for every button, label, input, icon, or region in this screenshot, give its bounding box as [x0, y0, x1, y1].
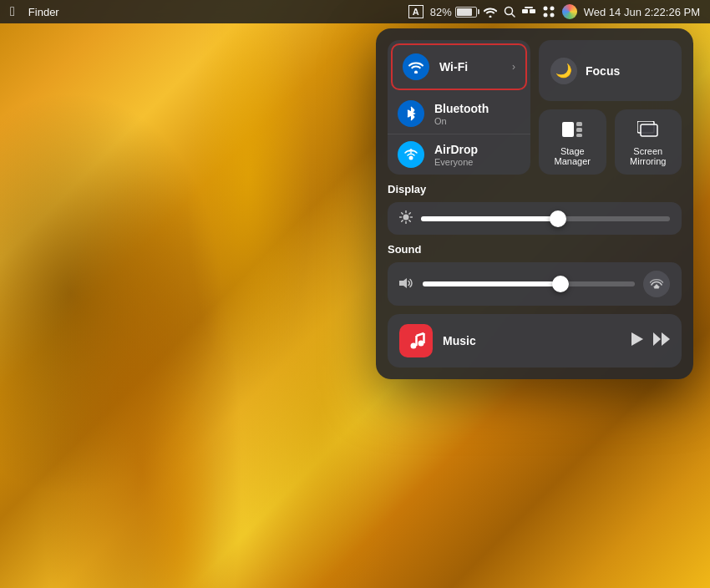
- svg-rect-18: [576, 134, 582, 137]
- screen-mirroring-button[interactable]: Screen Mirroring: [615, 109, 682, 175]
- stage-manager-icon: [560, 118, 584, 141]
- music-controls: [631, 332, 670, 349]
- focus-label: Focus: [586, 64, 620, 78]
- svg-line-27: [409, 220, 410, 221]
- svg-line-35: [417, 333, 424, 336]
- screen-mirroring-icon: [636, 118, 660, 141]
- spotlight-icon[interactable]: [504, 6, 515, 18]
- volume-fill: [423, 281, 560, 286]
- music-app-icon: [399, 324, 433, 357]
- screen-mirroring-label: Screen Mirroring: [623, 146, 674, 166]
- svg-rect-2: [522, 9, 528, 13]
- svg-rect-3: [530, 9, 535, 13]
- svg-point-6: [550, 7, 554, 11]
- svg-line-26: [402, 213, 403, 214]
- svg-line-29: [402, 220, 403, 221]
- sound-section: Sound: [388, 243, 682, 306]
- display-section: Display: [388, 183, 682, 235]
- svg-marker-39: [662, 332, 670, 346]
- svg-rect-4: [525, 7, 533, 8]
- apple-menu[interactable]: : [10, 4, 15, 19]
- display-slider-row: [388, 202, 682, 235]
- bluetooth-subtitle: On: [434, 116, 520, 126]
- svg-marker-38: [653, 332, 661, 346]
- focus-button[interactable]: 🌙 Focus: [539, 40, 682, 101]
- mission-control-icon[interactable]: [522, 7, 535, 17]
- wifi-status-icon[interactable]: [484, 7, 497, 18]
- svg-marker-30: [399, 278, 407, 288]
- airdrop-title: AirDrop: [434, 143, 520, 156]
- svg-marker-37: [631, 332, 643, 346]
- bluetooth-item[interactable]: Bluetooth On: [388, 94, 530, 134]
- svg-rect-16: [576, 122, 582, 126]
- bt-icon-circle: [398, 100, 424, 127]
- brightness-fill: [421, 216, 558, 221]
- wifi-item[interactable]: Wi-Fi ›: [391, 43, 527, 90]
- battery-indicator: 82%: [430, 6, 477, 18]
- bottom-buttons: Stage Manager Screen Mirroring: [539, 109, 682, 175]
- volume-thumb: [552, 276, 569, 292]
- siri-icon[interactable]: [562, 4, 577, 19]
- cc-top-row: Wi-Fi › Bluetooth: [388, 40, 682, 175]
- wifi-icon-circle: [403, 53, 429, 80]
- text-input-icon: A: [408, 5, 423, 18]
- music-label: Music: [443, 334, 621, 347]
- clock[interactable]: Wed 14 Jun 2:22:26 PM: [584, 6, 700, 18]
- airdrop-item[interactable]: AirDrop Everyone: [388, 134, 530, 175]
- battery-bar: [455, 7, 477, 18]
- airdrop-text: AirDrop Everyone: [434, 143, 520, 167]
- wifi-chevron-icon: ›: [512, 61, 515, 73]
- airplay-button[interactable]: [643, 271, 670, 297]
- control-center-icon[interactable]: [542, 5, 555, 18]
- right-controls: 🌙 Focus Stage Manager: [539, 40, 682, 175]
- menubar-left:  Finder: [10, 4, 59, 19]
- svg-rect-15: [562, 122, 574, 137]
- airdrop-subtitle: Everyone: [434, 157, 520, 167]
- svg-point-8: [550, 13, 554, 18]
- wifi-title: Wi-Fi: [439, 60, 502, 74]
- music-section: Music: [388, 314, 682, 368]
- brightness-thumb: [550, 210, 566, 227]
- battery-fill: [457, 8, 472, 16]
- svg-rect-31: [654, 287, 659, 289]
- svg-point-13: [409, 156, 413, 160]
- focus-moon-icon: 🌙: [550, 58, 577, 84]
- control-center-panel: Wi-Fi › Bluetooth: [376, 28, 693, 379]
- svg-point-21: [403, 215, 409, 220]
- bluetooth-title: Bluetooth: [434, 102, 520, 115]
- finder-menu[interactable]: Finder: [28, 6, 59, 18]
- brightness-slider[interactable]: [421, 216, 670, 221]
- play-button[interactable]: [631, 332, 643, 349]
- display-label: Display: [388, 183, 682, 195]
- fast-forward-button[interactable]: [653, 332, 670, 349]
- svg-point-5: [543, 7, 547, 11]
- svg-line-1: [511, 14, 515, 18]
- network-panel: Wi-Fi › Bluetooth: [388, 40, 530, 175]
- svg-point-7: [543, 13, 547, 18]
- battery-percent: 82%: [430, 6, 452, 18]
- volume-icon: [399, 277, 414, 291]
- stage-manager-button[interactable]: Stage Manager: [539, 109, 606, 175]
- volume-slider[interactable]: [423, 281, 635, 286]
- sound-label: Sound: [388, 243, 682, 256]
- menubar:  Finder A 82%: [0, 0, 710, 23]
- svg-rect-20: [641, 124, 657, 136]
- stage-manager-label: Stage Manager: [547, 146, 598, 166]
- bluetooth-text: Bluetooth On: [434, 102, 520, 126]
- sound-slider-row: [388, 262, 682, 306]
- wifi-text: Wi-Fi: [439, 60, 502, 74]
- airdrop-icon-circle: [398, 141, 424, 168]
- svg-line-28: [409, 213, 410, 214]
- menubar-right: A 82%: [408, 4, 700, 19]
- brightness-icon: [399, 210, 413, 226]
- svg-rect-17: [576, 128, 582, 132]
